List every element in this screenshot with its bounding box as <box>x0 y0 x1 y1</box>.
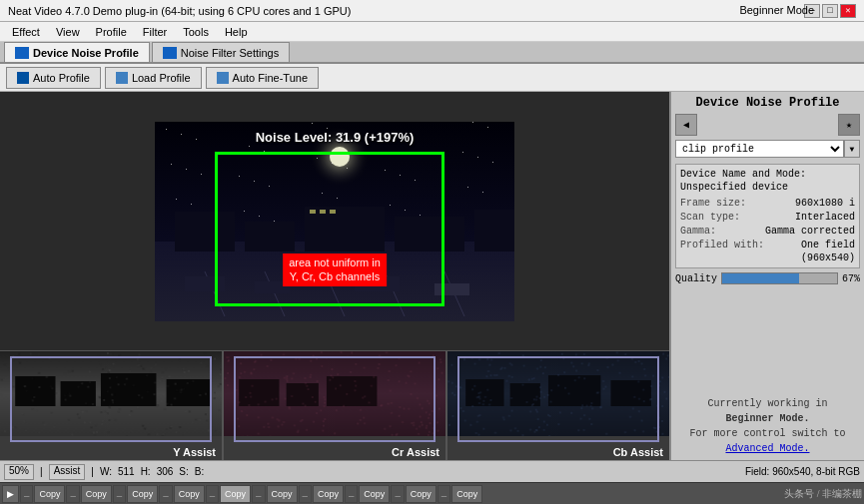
quality-row: Quality 67% <box>675 272 860 284</box>
quality-percent: 67% <box>842 273 860 284</box>
mode-text-3: For more control switch to <box>689 428 845 439</box>
beginner-mode-label: Beginner Mode <box>739 4 814 16</box>
thumb-y-label: Y Assist <box>173 446 216 458</box>
thumbnails-row: Y Assist Cr Assist Cb Assist <box>0 350 669 460</box>
status-separator2: | <box>91 466 94 477</box>
bottom-label-2: _ <box>66 485 79 503</box>
panel-icon-row: ◀ ★ <box>675 114 860 136</box>
w-value: 511 <box>118 466 135 477</box>
bottom-label-3: _ <box>113 485 126 503</box>
gamma-row: Gamma: Gamma corrected <box>680 225 855 239</box>
warning-text: area not uniform inY, Cr, Cb channels <box>283 253 387 286</box>
device-name-header: Device Name and Mode: <box>680 169 855 180</box>
profiled-with-label: Profiled with: <box>680 239 764 252</box>
assist-button[interactable]: Assist <box>49 464 86 480</box>
mode-text-2: Beginner Mode. <box>725 413 809 424</box>
thumb-cb-assist: Cb Assist <box>447 351 669 460</box>
frame-size-row: Frame size: 960x1080 i <box>680 197 855 211</box>
bottom-label-8: _ <box>345 485 358 503</box>
bottom-label-7: _ <box>299 485 312 503</box>
thumb-y-border <box>10 356 212 442</box>
frame-size-label: Frame size: <box>680 197 746 211</box>
thumb-cb-label: Cb Assist <box>613 446 663 458</box>
dropdown-row: clip profile ▼ <box>675 140 860 158</box>
bottom-label-10: _ <box>437 485 450 503</box>
tab-device-noise-label: Device Noise Profile <box>33 47 139 59</box>
profiled-with-value: One field <box>801 239 855 252</box>
w-label: W: <box>100 466 112 477</box>
play-button[interactable]: ▶ <box>2 485 19 503</box>
menu-profile[interactable]: Profile <box>88 22 135 41</box>
device-name-value: Unspecified device <box>680 182 855 193</box>
copy-button-1[interactable]: Copy <box>34 485 65 503</box>
copy-button-9[interactable]: Copy <box>406 485 436 503</box>
scan-type-label: Scan type: <box>680 211 740 225</box>
load-profile-label: Load Profile <box>132 72 191 84</box>
bottom-strip: ▶ _ Copy _ Copy _ Copy _ Copy _ Copy _ C… <box>0 482 864 504</box>
noise-level-label: Noise Level: 31.9 (+197%) <box>256 130 415 145</box>
copy-button-8[interactable]: Copy <box>359 485 390 503</box>
copy-button-6[interactable]: Copy <box>267 485 298 503</box>
profiled-with-row: Profiled with: One field <box>680 239 855 252</box>
dropdown-arrow[interactable]: ▼ <box>844 140 860 158</box>
b-label: B: <box>195 466 204 477</box>
menu-bar: Effect View Profile Filter Tools Help <box>0 22 864 42</box>
h-label: H: <box>141 466 151 477</box>
auto-profile-icon <box>17 72 29 84</box>
main-video: Noise Level: 31.9 (+197%) area not unifo… <box>0 92 669 350</box>
thumb-cr-assist: Cr Assist <box>224 351 447 460</box>
tab-device-noise[interactable]: Device Noise Profile <box>4 42 150 62</box>
close-button[interactable]: ✕ <box>840 4 856 18</box>
thumb-cr-label: Cr Assist <box>392 446 439 458</box>
auto-fine-tune-button[interactable]: Auto Fine-Tune <box>206 67 319 89</box>
toolbar: Auto Profile Load Profile Auto Fine-Tune <box>0 64 864 92</box>
copy-button-5[interactable]: Copy <box>220 485 251 503</box>
right-panel: Device Noise Profile ◀ ★ clip profile ▼ … <box>669 92 864 460</box>
panel-title: Device Noise Profile <box>675 96 860 110</box>
copy-button-4[interactable]: Copy <box>174 485 205 503</box>
profile-dropdown[interactable]: clip profile <box>675 140 844 158</box>
mode-description: Currently working in Beginner Mode. For … <box>675 388 860 456</box>
copy-button-7[interactable]: Copy <box>313 485 344 503</box>
auto-fine-tune-icon <box>217 72 229 84</box>
video-area: Noise Level: 31.9 (+197%) area not unifo… <box>0 92 669 460</box>
s-label: S: <box>179 466 188 477</box>
thumb-cb-border <box>457 356 659 442</box>
status-bar: 50% | Assist | W: 511 H: 306 S: B: Field… <box>0 460 864 482</box>
device-noise-icon <box>15 47 29 59</box>
quality-bar <box>721 272 838 284</box>
bottom-label-1: _ <box>20 485 33 503</box>
auto-profile-label: Auto Profile <box>33 72 90 84</box>
auto-profile-button[interactable]: Auto Profile <box>6 67 101 89</box>
zoom-value[interactable]: 50% <box>4 464 34 480</box>
maximize-button[interactable]: □ <box>822 4 838 18</box>
profiled-with-detail: (960x540) <box>680 252 855 263</box>
panel-icon-right[interactable]: ★ <box>838 114 860 136</box>
frame-size-value: 960x1080 i <box>795 197 855 211</box>
bottom-label-9: _ <box>391 485 404 503</box>
device-info: Device Name and Mode: Unspecified device… <box>675 164 860 268</box>
bottom-label-6: _ <box>252 485 265 503</box>
menu-view[interactable]: View <box>48 22 88 41</box>
menu-filter[interactable]: Filter <box>135 22 175 41</box>
menu-tools[interactable]: Tools <box>175 22 217 41</box>
gamma-value: Gamma corrected <box>765 225 855 239</box>
auto-fine-tune-label: Auto Fine-Tune <box>233 72 308 84</box>
menu-help[interactable]: Help <box>217 22 256 41</box>
scan-type-row: Scan type: Interlaced <box>680 211 855 225</box>
load-profile-button[interactable]: Load Profile <box>105 67 202 89</box>
copy-button-3[interactable]: Copy <box>127 485 158 503</box>
thumb-y-assist: Y Assist <box>0 351 224 460</box>
title-bar: Neat Video 4.7.0 Demo plug-in (64-bit; u… <box>0 0 864 22</box>
field-info: Field: 960x540, 8-bit RGB <box>745 466 860 477</box>
bottom-label-4: _ <box>159 485 172 503</box>
tab-noise-filter-label: Noise Filter Settings <box>181 47 279 59</box>
menu-effect[interactable]: Effect <box>4 22 48 41</box>
quality-label: Quality <box>675 273 717 284</box>
tab-noise-filter[interactable]: Noise Filter Settings <box>152 42 290 62</box>
panel-icon-left[interactable]: ◀ <box>675 114 697 136</box>
copy-button-2[interactable]: Copy <box>81 485 112 503</box>
advanced-mode-link[interactable]: Advanced Mode. <box>725 443 809 454</box>
video-frame: Noise Level: 31.9 (+197%) area not unifo… <box>155 122 514 321</box>
copy-button-10[interactable]: Copy <box>451 485 482 503</box>
